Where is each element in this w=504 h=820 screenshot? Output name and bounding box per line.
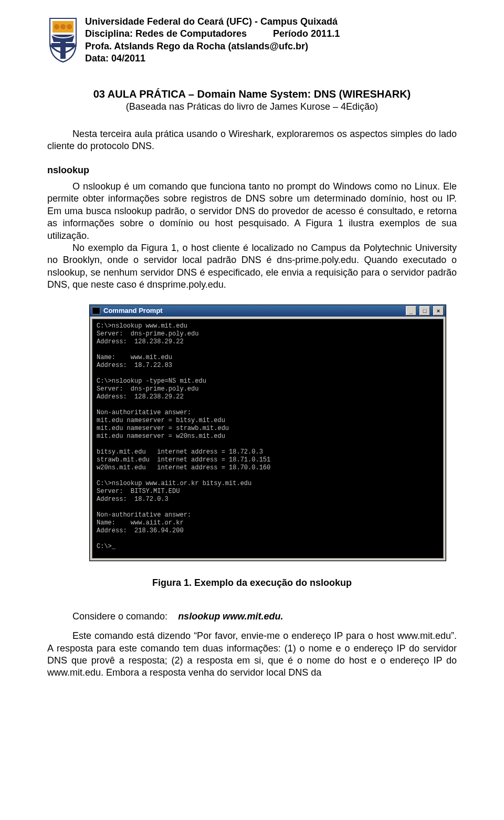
consider-command-line: Considere o comando: nslookup www.mit.ed…: [72, 611, 457, 623]
paragraph-2: No exemplo da Figura 1, o host cliente é…: [47, 242, 457, 291]
title-block: 03 AULA PRÁTICA – Domain Name System: DN…: [47, 87, 457, 113]
university-crest-icon: [47, 16, 79, 66]
minimize-button[interactable]: _: [406, 306, 416, 316]
header-line-2: Disciplina: Redes de Computadores Períod…: [85, 28, 340, 40]
svg-rect-4: [51, 43, 75, 47]
title-main: 03 AULA PRÁTICA – Domain Name System: DN…: [47, 87, 457, 101]
header-line-3: Profa. Atslands Rego da Rocha (atslands@…: [85, 40, 340, 52]
title-sub: (Baseada nas Práticas do livro de James …: [47, 101, 457, 113]
svg-point-1: [54, 24, 59, 29]
header-line-1: Universidade Federal do Ceará (UFC) - Ca…: [85, 16, 340, 28]
command-prompt-window: Command Prompt _ □ × C:\>nslookup www.mi…: [89, 304, 446, 561]
intro-paragraph: Nesta terceira aula prática usando o Wir…: [47, 128, 457, 153]
command-prompt-body: C:\>nslookup www.mit.edu Server: dns-pri…: [92, 319, 444, 559]
document-header: Universidade Federal do Ceará (UFC) - Ca…: [47, 16, 457, 66]
maximize-button[interactable]: □: [419, 306, 430, 316]
paragraph-3: Este comando está dizendo “Por favor, en…: [47, 630, 457, 679]
paragraph-1: O nslookup é um comando que funciona tan…: [47, 181, 457, 242]
section-heading-nslookup: nslookup: [47, 164, 457, 176]
header-text-block: Universidade Federal do Ceará (UFC) - Ca…: [85, 16, 340, 66]
consider-command: nslookup www.mit.edu.: [178, 611, 283, 622]
close-button[interactable]: ×: [433, 306, 444, 316]
header-line-4: Data: 04/2011: [85, 52, 340, 65]
svg-point-2: [60, 24, 66, 29]
cmd-title: Command Prompt: [103, 307, 163, 316]
figure-1-caption: Figura 1. Exemplo da execução do nslooku…: [47, 577, 457, 589]
cmd-icon: [92, 307, 100, 314]
svg-point-3: [67, 24, 72, 29]
command-prompt-titlebar: Command Prompt _ □ ×: [90, 305, 446, 317]
